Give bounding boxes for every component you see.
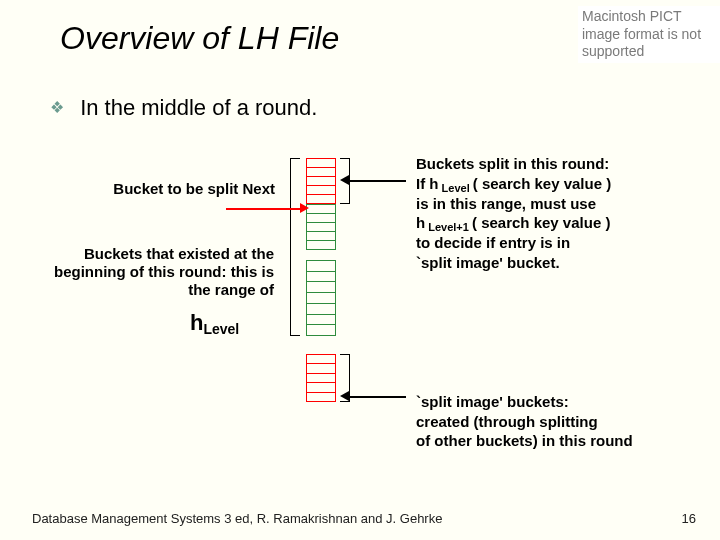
slide: Overview of LH File Macintosh PICT image… [0,0,720,540]
r1-l3: is in this range, must use [416,195,596,212]
callout-split-image: `split image' buckets: created (through … [416,392,706,451]
region-remaining [306,260,336,336]
lh-diagram [296,158,406,418]
r1-l4b: ( search key value ) [472,214,610,231]
arrow-bottom-connector [350,396,406,398]
arrow-next-head-icon [300,203,309,213]
r1-l4h: h [416,214,425,231]
r1-l1: Buckets split in this round: [416,155,609,172]
bullet-diamond-icon: ❖ [50,98,64,117]
label-buckets-existed: Buckets that existed at the beginning of… [32,245,274,299]
arrow-top-head-icon [340,175,349,185]
region-next-to-split [306,204,336,250]
slide-title: Overview of LH File [60,20,339,57]
r1-l4sub: Level+1 [425,221,472,233]
pict-placeholder: Macintosh PICT image format is not suppo… [578,6,720,63]
page-number: 16 [682,511,696,526]
r1-l5: to decide if entry is in [416,234,570,251]
arrow-top-connector [350,180,406,182]
region-split-image [306,354,336,402]
r2-l1: `split image' buckets: [416,393,569,410]
r1-l2sub: Level [439,182,473,194]
label-h-level: hLevel [190,310,239,336]
callout-split-this-round: Buckets split in this round: If h Level … [416,154,706,273]
h-base: h [190,310,203,335]
arrow-bottom-head-icon [340,391,349,401]
bullet-text: In the middle of a round. [80,95,317,120]
bullet-line: ❖ In the middle of a round. [50,95,317,121]
r1-l2a: If [416,175,429,192]
r2-l3: of other buckets) in this round [416,432,633,449]
region-split-this-round [306,158,336,204]
bracket-left-range [290,158,300,336]
r2-l2: created (through splitting [416,413,598,430]
h-sub: Level [203,321,239,337]
footer-text: Database Management Systems 3 ed, R. Ram… [32,511,442,526]
r1-l2h: h [429,175,438,192]
arrow-next-line [226,208,302,210]
label-bucket-to-split: Bucket to be split Next [85,180,275,198]
r1-l6: `split image' bucket. [416,254,560,271]
r1-l2b: ( search key value ) [473,175,611,192]
